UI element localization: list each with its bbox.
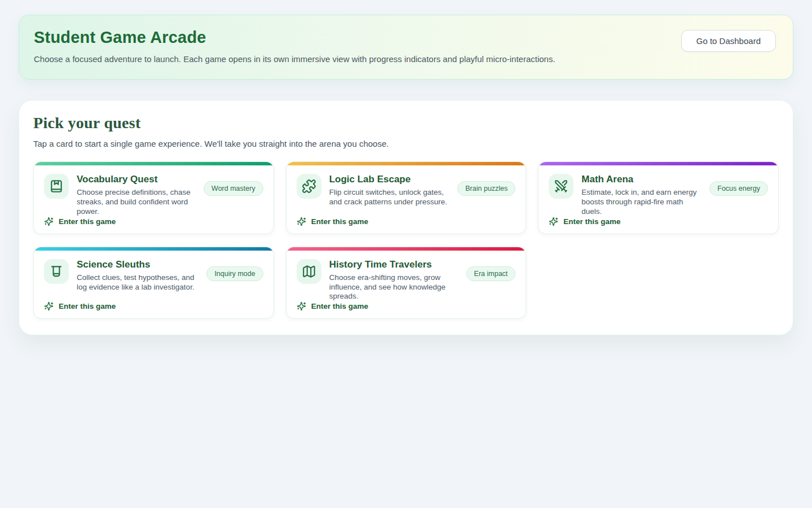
enter-game-link[interactable]: Enter this game [549, 217, 768, 226]
card-text: History Time Travelers Choose era-shifti… [329, 259, 458, 302]
card-body: Math Arena Estimate, lock in, and earn e… [539, 165, 778, 234]
game-card[interactable]: History Time Travelers Choose era-shifti… [286, 247, 527, 319]
card-title: Math Arena [581, 174, 701, 185]
game-card[interactable]: Vocabulary Quest Choose precise definiti… [33, 161, 274, 234]
game-card[interactable]: Math Arena Estimate, lock in, and earn e… [538, 161, 779, 234]
book-marked-icon [44, 174, 69, 199]
card-description: Flip circuit switches, unlock gates, and… [329, 188, 450, 207]
page-subtitle: Choose a focused adventure to launch. Ea… [34, 54, 555, 64]
card-body: Science Sleuths Collect clues, test hypo… [34, 251, 273, 319]
enter-game-label: Enter this game [311, 302, 368, 310]
card-text: Math Arena Estimate, lock in, and earn e… [581, 174, 701, 217]
page-title: Student Game Arcade [34, 28, 555, 47]
card-badge: Inquiry mode [206, 266, 263, 281]
sparkles-icon [549, 217, 558, 226]
card-description: Collect clues, test hypotheses, and log … [77, 273, 198, 292]
game-card[interactable]: Science Sleuths Collect clues, test hypo… [33, 247, 274, 319]
enter-game-label: Enter this game [59, 302, 116, 310]
enter-game-link[interactable]: Enter this game [297, 301, 516, 311]
enter-game-link[interactable]: Enter this game [44, 301, 263, 311]
card-title: Logic Lab Escape [329, 174, 450, 185]
card-text: Vocabulary Quest Choose precise definiti… [77, 174, 196, 217]
quest-title: Pick your quest [33, 114, 779, 132]
card-top-row: Vocabulary Quest Choose precise definiti… [44, 174, 263, 217]
card-text: Logic Lab Escape Flip circuit switches, … [329, 174, 450, 207]
beaker-icon [44, 259, 69, 284]
swords-icon [549, 174, 573, 199]
card-top-row: History Time Travelers Choose era-shifti… [297, 259, 516, 302]
quest-panel: Pick your quest Tap a card to start a si… [19, 100, 793, 335]
card-badge: Focus energy [709, 181, 768, 196]
card-description: Choose precise definitions, chase streak… [77, 188, 196, 217]
card-badge: Word mastery [204, 181, 263, 196]
quest-subtitle: Tap a card to start a single game experi… [33, 139, 779, 148]
enter-game-label: Enter this game [59, 217, 116, 226]
hero-text: Student Game Arcade Choose a focused adv… [34, 28, 555, 64]
enter-game-label: Enter this game [563, 217, 620, 226]
card-badge: Era impact [466, 266, 516, 281]
cards-grid: Vocabulary Quest Choose precise definiti… [33, 161, 779, 319]
enter-game-link[interactable]: Enter this game [44, 217, 263, 226]
card-body: Logic Lab Escape Flip circuit switches, … [286, 165, 526, 234]
card-title: Vocabulary Quest [77, 174, 196, 185]
card-top-row: Math Arena Estimate, lock in, and earn e… [549, 174, 768, 217]
enter-game-link[interactable]: Enter this game [297, 217, 516, 226]
dashboard-button[interactable]: Go to Dashboard [681, 30, 776, 52]
card-description: Estimate, lock in, and earn energy boost… [581, 188, 701, 217]
enter-game-label: Enter this game [311, 217, 368, 226]
card-badge: Brain puzzles [457, 181, 515, 196]
page: Student Game Arcade Choose a focused adv… [0, 0, 812, 350]
sparkles-icon [297, 217, 306, 226]
card-title: Science Sleuths [77, 259, 198, 270]
map-icon [297, 259, 321, 284]
card-top-row: Science Sleuths Collect clues, test hypo… [44, 259, 263, 292]
card-top-row: Logic Lab Escape Flip circuit switches, … [297, 174, 516, 207]
card-body: Vocabulary Quest Choose precise definiti… [34, 165, 273, 234]
card-description: Choose era-shifting moves, grow influenc… [329, 273, 458, 302]
card-body: History Time Travelers Choose era-shifti… [286, 251, 526, 319]
game-card[interactable]: Logic Lab Escape Flip circuit switches, … [286, 161, 527, 234]
puzzle-icon [297, 174, 321, 199]
hero-banner: Student Game Arcade Choose a focused adv… [19, 15, 793, 80]
sparkles-icon [44, 217, 54, 226]
sparkles-icon [297, 301, 306, 311]
sparkles-icon [44, 301, 54, 311]
card-text: Science Sleuths Collect clues, test hypo… [77, 259, 198, 292]
card-title: History Time Travelers [329, 259, 458, 270]
